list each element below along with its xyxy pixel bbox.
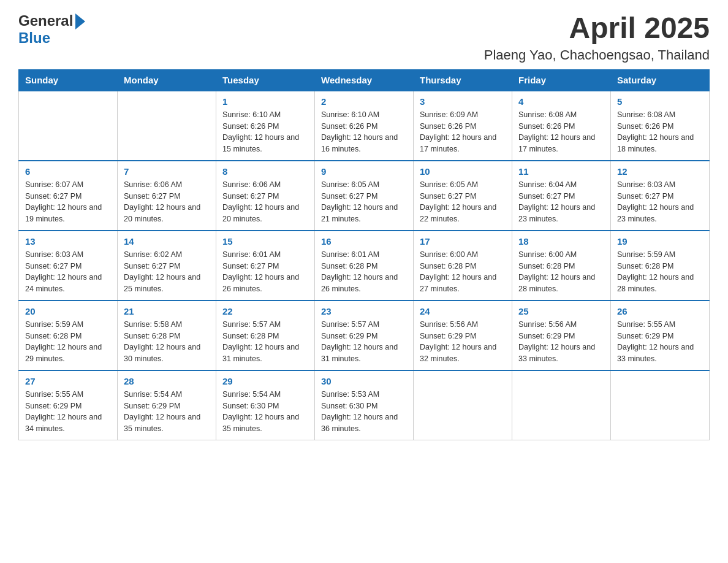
day-number: 10 bbox=[420, 166, 506, 177]
table-row: 20Sunrise: 5:59 AMSunset: 6:28 PMDayligh… bbox=[19, 301, 118, 370]
table-row: 3Sunrise: 6:09 AMSunset: 6:26 PMDaylight… bbox=[414, 91, 512, 161]
page-subtitle: Plaeng Yao, Chachoengsao, Thailand bbox=[484, 47, 710, 63]
day-number: 28 bbox=[124, 376, 210, 386]
table-row: 1Sunrise: 6:10 AMSunset: 6:26 PMDaylight… bbox=[216, 91, 315, 161]
day-info: Sunrise: 5:59 AMSunset: 6:28 PMDaylight:… bbox=[25, 319, 111, 365]
day-number: 11 bbox=[518, 166, 604, 177]
table-row: 11Sunrise: 6:04 AMSunset: 6:27 PMDayligh… bbox=[512, 161, 611, 231]
table-row: 2Sunrise: 6:10 AMSunset: 6:26 PMDaylight… bbox=[315, 91, 414, 161]
day-number: 24 bbox=[420, 306, 506, 316]
col-monday: Monday bbox=[118, 69, 216, 91]
day-number: 2 bbox=[321, 96, 407, 107]
table-row: 15Sunrise: 6:01 AMSunset: 6:27 PMDayligh… bbox=[216, 231, 315, 301]
table-row: 4Sunrise: 6:08 AMSunset: 6:26 PMDaylight… bbox=[512, 91, 611, 161]
day-info: Sunrise: 6:04 AMSunset: 6:27 PMDaylight:… bbox=[518, 179, 604, 225]
calendar-week-row: 1Sunrise: 6:10 AMSunset: 6:26 PMDaylight… bbox=[19, 91, 710, 161]
table-row: 26Sunrise: 5:55 AMSunset: 6:29 PMDayligh… bbox=[611, 301, 710, 370]
table-row: 5Sunrise: 6:08 AMSunset: 6:26 PMDaylight… bbox=[611, 91, 710, 161]
day-info: Sunrise: 6:03 AMSunset: 6:27 PMDaylight:… bbox=[25, 249, 111, 295]
day-number: 6 bbox=[25, 166, 111, 177]
day-number: 7 bbox=[124, 166, 210, 177]
table-row: 19Sunrise: 5:59 AMSunset: 6:28 PMDayligh… bbox=[611, 231, 710, 301]
col-friday: Friday bbox=[512, 69, 611, 91]
day-info: Sunrise: 5:54 AMSunset: 6:29 PMDaylight:… bbox=[124, 389, 210, 435]
table-row bbox=[414, 370, 512, 440]
day-info: Sunrise: 5:56 AMSunset: 6:29 PMDaylight:… bbox=[420, 319, 506, 365]
calendar-week-row: 13Sunrise: 6:03 AMSunset: 6:27 PMDayligh… bbox=[19, 231, 710, 301]
table-row: 22Sunrise: 5:57 AMSunset: 6:28 PMDayligh… bbox=[216, 301, 315, 370]
day-info: Sunrise: 6:10 AMSunset: 6:26 PMDaylight:… bbox=[321, 109, 407, 155]
day-info: Sunrise: 6:08 AMSunset: 6:26 PMDaylight:… bbox=[617, 109, 703, 155]
col-tuesday: Tuesday bbox=[216, 69, 315, 91]
day-number: 17 bbox=[420, 236, 506, 247]
table-row: 12Sunrise: 6:03 AMSunset: 6:27 PMDayligh… bbox=[611, 161, 710, 231]
day-info: Sunrise: 6:03 AMSunset: 6:27 PMDaylight:… bbox=[617, 179, 703, 225]
day-info: Sunrise: 6:00 AMSunset: 6:28 PMDaylight:… bbox=[518, 249, 604, 295]
day-info: Sunrise: 6:06 AMSunset: 6:27 PMDaylight:… bbox=[222, 179, 308, 225]
day-info: Sunrise: 6:08 AMSunset: 6:26 PMDaylight:… bbox=[518, 109, 604, 155]
calendar-week-row: 20Sunrise: 5:59 AMSunset: 6:28 PMDayligh… bbox=[19, 301, 710, 370]
table-row: 17Sunrise: 6:00 AMSunset: 6:28 PMDayligh… bbox=[414, 231, 512, 301]
day-number: 15 bbox=[222, 236, 308, 247]
table-row: 16Sunrise: 6:01 AMSunset: 6:28 PMDayligh… bbox=[315, 231, 414, 301]
table-row: 27Sunrise: 5:55 AMSunset: 6:29 PMDayligh… bbox=[19, 370, 118, 440]
day-info: Sunrise: 6:02 AMSunset: 6:27 PMDaylight:… bbox=[124, 249, 210, 295]
table-row: 21Sunrise: 5:58 AMSunset: 6:28 PMDayligh… bbox=[118, 301, 216, 370]
table-row: 10Sunrise: 6:05 AMSunset: 6:27 PMDayligh… bbox=[414, 161, 512, 231]
calendar-week-row: 27Sunrise: 5:55 AMSunset: 6:29 PMDayligh… bbox=[19, 370, 710, 440]
day-number: 18 bbox=[518, 236, 604, 247]
day-info: Sunrise: 6:05 AMSunset: 6:27 PMDaylight:… bbox=[321, 179, 407, 225]
day-number: 26 bbox=[617, 306, 703, 316]
table-row: 24Sunrise: 5:56 AMSunset: 6:29 PMDayligh… bbox=[414, 301, 512, 370]
day-number: 5 bbox=[617, 96, 703, 107]
table-row: 30Sunrise: 5:53 AMSunset: 6:30 PMDayligh… bbox=[315, 370, 414, 440]
day-number: 22 bbox=[222, 306, 308, 316]
day-info: Sunrise: 6:01 AMSunset: 6:28 PMDaylight:… bbox=[321, 249, 407, 295]
day-number: 16 bbox=[321, 236, 407, 247]
title-section: April 2025 Plaeng Yao, Chachoengsao, Tha… bbox=[484, 12, 710, 63]
day-number: 29 bbox=[222, 376, 308, 386]
day-number: 23 bbox=[321, 306, 407, 316]
day-info: Sunrise: 6:07 AMSunset: 6:27 PMDaylight:… bbox=[25, 179, 111, 225]
day-number: 3 bbox=[420, 96, 506, 107]
table-row bbox=[512, 370, 611, 440]
day-info: Sunrise: 5:55 AMSunset: 6:29 PMDaylight:… bbox=[617, 319, 703, 365]
col-sunday: Sunday bbox=[19, 69, 118, 91]
day-number: 9 bbox=[321, 166, 407, 177]
day-number: 19 bbox=[617, 236, 703, 247]
day-info: Sunrise: 6:05 AMSunset: 6:27 PMDaylight:… bbox=[420, 179, 506, 225]
table-row: 25Sunrise: 5:56 AMSunset: 6:29 PMDayligh… bbox=[512, 301, 611, 370]
table-row: 23Sunrise: 5:57 AMSunset: 6:29 PMDayligh… bbox=[315, 301, 414, 370]
day-info: Sunrise: 5:57 AMSunset: 6:28 PMDaylight:… bbox=[222, 319, 308, 365]
table-row bbox=[19, 91, 118, 161]
day-number: 14 bbox=[124, 236, 210, 247]
calendar-table: Sunday Monday Tuesday Wednesday Thursday… bbox=[18, 69, 710, 440]
day-number: 12 bbox=[617, 166, 703, 177]
table-row: 9Sunrise: 6:05 AMSunset: 6:27 PMDaylight… bbox=[315, 161, 414, 231]
table-row: 8Sunrise: 6:06 AMSunset: 6:27 PMDaylight… bbox=[216, 161, 315, 231]
day-info: Sunrise: 6:10 AMSunset: 6:26 PMDaylight:… bbox=[222, 109, 308, 155]
day-info: Sunrise: 6:09 AMSunset: 6:26 PMDaylight:… bbox=[420, 109, 506, 155]
table-row: 14Sunrise: 6:02 AMSunset: 6:27 PMDayligh… bbox=[118, 231, 216, 301]
table-row: 18Sunrise: 6:00 AMSunset: 6:28 PMDayligh… bbox=[512, 231, 611, 301]
table-row: 7Sunrise: 6:06 AMSunset: 6:27 PMDaylight… bbox=[118, 161, 216, 231]
day-number: 30 bbox=[321, 376, 407, 386]
day-info: Sunrise: 5:57 AMSunset: 6:29 PMDaylight:… bbox=[321, 319, 407, 365]
calendar-week-row: 6Sunrise: 6:07 AMSunset: 6:27 PMDaylight… bbox=[19, 161, 710, 231]
col-wednesday: Wednesday bbox=[315, 69, 414, 91]
day-info: Sunrise: 6:06 AMSunset: 6:27 PMDaylight:… bbox=[124, 179, 210, 225]
table-row bbox=[118, 91, 216, 161]
day-number: 8 bbox=[222, 166, 308, 177]
table-row: 28Sunrise: 5:54 AMSunset: 6:29 PMDayligh… bbox=[118, 370, 216, 440]
day-info: Sunrise: 5:58 AMSunset: 6:28 PMDaylight:… bbox=[124, 319, 210, 365]
day-info: Sunrise: 5:54 AMSunset: 6:30 PMDaylight:… bbox=[222, 389, 308, 435]
table-row: 29Sunrise: 5:54 AMSunset: 6:30 PMDayligh… bbox=[216, 370, 315, 440]
logo-text-general: General bbox=[18, 12, 73, 29]
day-info: Sunrise: 5:55 AMSunset: 6:29 PMDaylight:… bbox=[25, 389, 111, 435]
day-number: 21 bbox=[124, 306, 210, 316]
page-title: April 2025 bbox=[484, 12, 710, 45]
day-number: 1 bbox=[222, 96, 308, 107]
logo: General Blue bbox=[18, 12, 85, 47]
day-info: Sunrise: 5:59 AMSunset: 6:28 PMDaylight:… bbox=[617, 249, 703, 295]
day-number: 20 bbox=[25, 306, 111, 316]
